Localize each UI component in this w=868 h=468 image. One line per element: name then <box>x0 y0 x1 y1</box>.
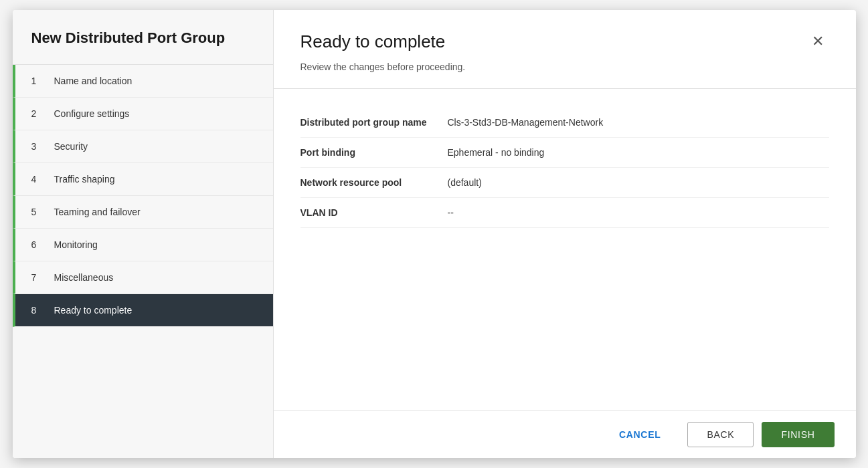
step-number: 1 <box>31 76 46 86</box>
step-number: 3 <box>31 141 46 152</box>
main-header: Ready to complete ✕ <box>274 10 856 59</box>
step-number: 2 <box>31 108 46 119</box>
main-panel: Ready to complete ✕ Review the changes b… <box>274 10 856 458</box>
sidebar-step-5[interactable]: 5Teaming and failover <box>13 196 273 229</box>
step-label: Configure settings <box>54 108 130 119</box>
row-value: (default) <box>448 168 829 198</box>
row-value: Ephemeral - no binding <box>448 138 829 168</box>
table-row: Port bindingEphemeral - no binding <box>300 138 829 168</box>
sidebar-step-7[interactable]: 7Miscellaneous <box>13 261 273 294</box>
step-number: 6 <box>31 239 46 250</box>
row-label: VLAN ID <box>300 198 448 228</box>
step-number: 4 <box>31 174 46 185</box>
sidebar-step-2[interactable]: 2Configure settings <box>13 98 273 130</box>
step-label: Security <box>54 141 88 152</box>
table-row: Network resource pool(default) <box>300 168 829 198</box>
step-label: Monitoring <box>54 239 98 250</box>
step-label: Ready to complete <box>54 305 133 316</box>
finish-button[interactable]: FINISH <box>762 422 834 447</box>
close-icon: ✕ <box>812 33 824 49</box>
step-label: Name and location <box>54 76 133 86</box>
back-button[interactable]: BACK <box>687 422 754 447</box>
close-button[interactable]: ✕ <box>806 31 829 51</box>
step-label: Teaming and failover <box>54 207 141 217</box>
main-content: Distributed port group nameCls-3-Std3-DB… <box>274 89 856 411</box>
row-label: Network resource pool <box>300 168 448 198</box>
main-subtitle: Review the changes before proceeding. <box>274 59 856 88</box>
cancel-button[interactable]: CANCEL <box>600 423 680 447</box>
review-table: Distributed port group nameCls-3-Std3-DB… <box>300 108 829 228</box>
row-label: Port binding <box>300 138 448 168</box>
row-value: -- <box>448 198 829 228</box>
main-title: Ready to complete <box>300 31 446 52</box>
table-row: VLAN ID-- <box>300 198 829 228</box>
dialog-title: New Distributed Port Group <box>13 10 273 65</box>
step-number: 8 <box>31 305 46 316</box>
sidebar-step-8[interactable]: 8Ready to complete <box>13 294 273 327</box>
sidebar-step-1[interactable]: 1Name and location <box>13 65 273 98</box>
sidebar-step-6[interactable]: 6Monitoring <box>13 229 273 261</box>
footer: CANCEL BACK FINISH <box>274 411 856 458</box>
row-value: Cls-3-Std3-DB-Management-Network <box>448 108 829 138</box>
row-label: Distributed port group name <box>300 108 448 138</box>
step-number: 7 <box>31 272 46 283</box>
new-distributed-port-group-dialog: New Distributed Port Group 1Name and loc… <box>13 10 856 458</box>
step-label: Traffic shaping <box>54 174 115 185</box>
step-number: 5 <box>31 207 46 217</box>
sidebar-step-4[interactable]: 4Traffic shaping <box>13 163 273 196</box>
table-row: Distributed port group nameCls-3-Std3-DB… <box>300 108 829 138</box>
sidebar-step-3[interactable]: 3Security <box>13 130 273 163</box>
sidebar: New Distributed Port Group 1Name and loc… <box>13 10 274 458</box>
step-label: Miscellaneous <box>54 272 114 283</box>
steps-list: 1Name and location2Configure settings3Se… <box>13 65 273 458</box>
